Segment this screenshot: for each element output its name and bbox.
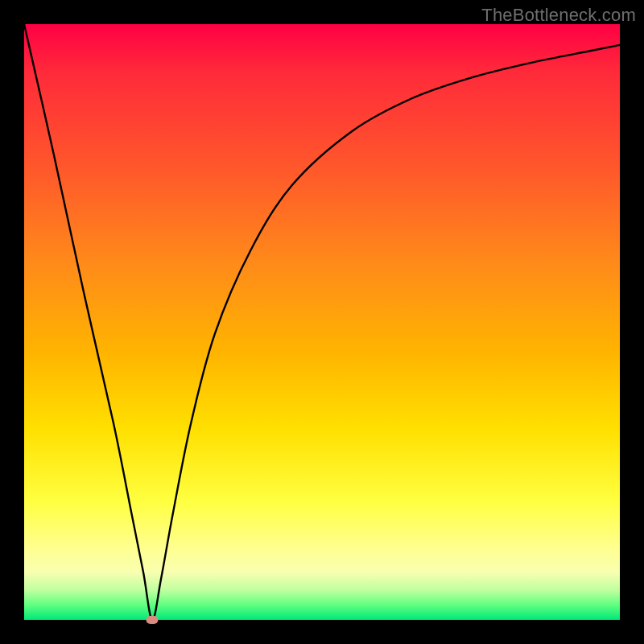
min-marker (147, 616, 159, 624)
bottleneck-curve-path (24, 24, 620, 620)
plot-area (24, 24, 620, 620)
watermark-text: TheBottleneck.com (481, 5, 636, 26)
chart-frame: TheBottleneck.com (0, 0, 644, 644)
curve-svg (24, 24, 620, 620)
